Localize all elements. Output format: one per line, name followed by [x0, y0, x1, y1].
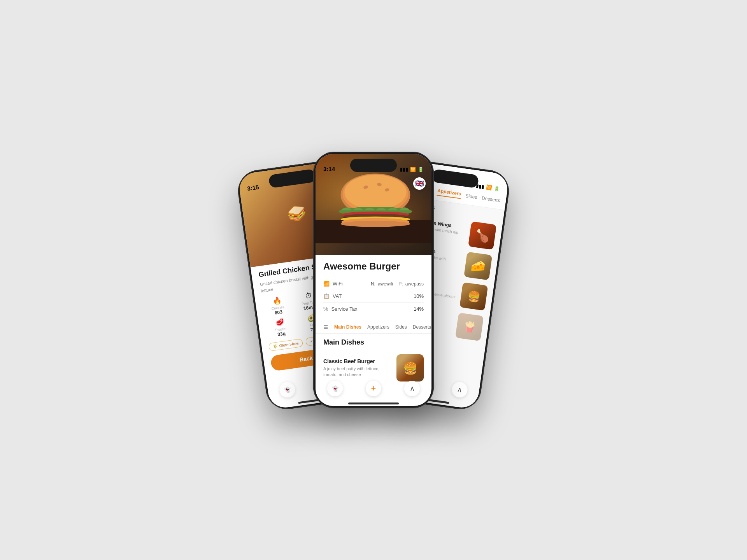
wifi-icon: 📶 — [323, 281, 330, 287]
battery-icon-right: 🔋 — [493, 186, 500, 192]
flag-icon[interactable]: 🇬🇧 — [413, 177, 426, 190]
status-icons-right: ▮▮▮ 🛜 🔋 — [476, 183, 500, 192]
battery-icon-center: 🔋 — [418, 167, 424, 172]
signal-icon-center: ▮▮▮ — [400, 167, 408, 172]
wifi-label: WiFi — [333, 281, 343, 287]
tax-icon: % — [323, 306, 328, 312]
restaurant-name: Awesome Burger — [323, 261, 424, 272]
sliders-image — [459, 282, 488, 311]
wifi-label-container: 📶 WiFi — [323, 281, 343, 287]
protein-item: 🥩 Protein 33g — [265, 316, 296, 339]
phone-center: 3:14 ▮▮▮ 🛜 🔋 — [313, 152, 434, 408]
center-screen: 3:14 ▮▮▮ 🛜 🔋 — [316, 154, 431, 406]
service-tax-label-container: % Service Tax — [323, 306, 357, 312]
hamburger-icon-center[interactable]: ☰ — [323, 324, 328, 330]
menu-item-info: Classic Beef Burger A juicy beef patty w… — [323, 358, 392, 378]
center-content: Awesome Burger 📶 WiFi N: awewifi P: awep… — [316, 255, 431, 321]
svg-point-3 — [345, 175, 407, 210]
wifi-details: N: awewifi P: awepass — [371, 281, 424, 287]
wifi-status-center: 🛜 — [410, 167, 416, 172]
tab-sides-center[interactable]: Sides — [395, 324, 407, 330]
wifi-network-label: N: — [371, 281, 375, 287]
svg-point-13 — [341, 221, 410, 227]
wings-image — [468, 221, 496, 250]
section-title-center: Main Dishes — [316, 334, 431, 350]
ghost-icon-center: 👻 — [332, 385, 338, 392]
tab-desserts-center[interactable]: Desserts — [413, 324, 431, 330]
flag-emoji: 🇬🇧 — [415, 179, 424, 188]
status-icons-center: ▮▮▮ 🛜 🔋 — [400, 167, 424, 172]
bottom-action-bar-center: 👻 + ∧ — [316, 381, 431, 396]
gluten-icon: 🌾 — [273, 344, 278, 349]
wifi-password-label: P: — [398, 281, 403, 287]
menu-item-image — [396, 354, 424, 382]
bottom-left-btn-left[interactable]: 👻 — [279, 381, 296, 398]
gluten-label: Gluten-free — [279, 341, 299, 348]
burger-svg — [316, 166, 431, 243]
wifi-network-value: awewifi — [378, 281, 393, 287]
service-tax-value: 14% — [414, 306, 424, 312]
phones-container: 3:15 ▮▮▮ 🛜 🔋 12 USD Grilled Chicken Sand… — [198, 66, 549, 494]
add-button-center[interactable]: + — [366, 381, 381, 396]
tab-sides-right[interactable]: Sides — [465, 193, 478, 200]
tag-gluten-free: 🌾 Gluten-free — [268, 338, 303, 351]
tab-main-dishes-center[interactable]: Main Dishes — [334, 324, 361, 330]
wifi-row: 📶 WiFi N: awewifi P: awepass — [323, 278, 424, 290]
menu-nav-center: ☰ Main Dishes Appetizers Sides Desserts — [316, 321, 431, 334]
time-left: 3:15 — [247, 184, 259, 192]
calories-item: 🔥 Calories 603 — [262, 295, 293, 317]
ghost-icon-left: 👻 — [284, 386, 291, 393]
wifi-status-right: 🛜 — [486, 185, 493, 191]
vat-row: 📋 VAT 10% — [323, 290, 424, 303]
vat-label-container: 📋 VAT — [323, 293, 342, 299]
chevron-up-center[interactable]: ∧ — [404, 381, 420, 396]
service-tax-row: % Service Tax 14% — [323, 303, 424, 315]
chevron-up-right[interactable]: ∧ — [451, 381, 468, 398]
tab-appetizers-center[interactable]: Appetizers — [367, 324, 389, 330]
menu-item-desc: A juicy beef patty with lettuce, tomato,… — [323, 366, 392, 378]
vat-value: 10% — [414, 293, 424, 299]
ghost-btn-center[interactable]: 👻 — [327, 381, 343, 396]
sticks-image — [464, 252, 492, 280]
wifi-password-value: awepass — [405, 281, 424, 287]
status-bar-center: 3:14 ▮▮▮ 🛜 🔋 — [316, 154, 431, 175]
home-indicator-center — [348, 402, 399, 404]
tab-desserts-right[interactable]: Desserts — [481, 195, 500, 203]
service-tax-label: Service Tax — [331, 306, 357, 312]
partial-image: 🍟 — [455, 313, 484, 341]
menu-item-name: Classic Beef Burger — [323, 358, 392, 364]
vat-icon: 📋 — [323, 293, 330, 299]
time-center: 3:14 — [323, 166, 335, 172]
tab-appetizers-right[interactable]: Appetizers — [437, 188, 462, 199]
vat-label: VAT — [333, 293, 342, 299]
